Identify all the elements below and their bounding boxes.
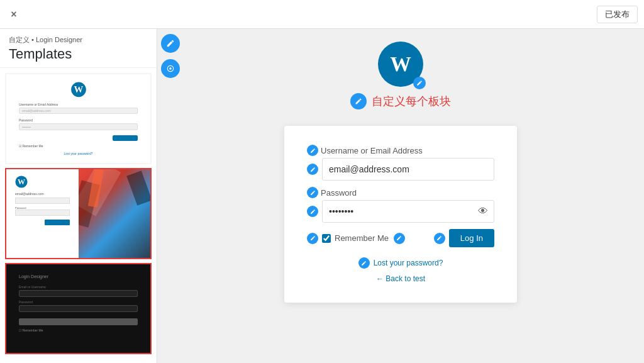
tmpl3-pw-field [19, 305, 138, 312]
remember-row: Remember Me Log In [307, 229, 494, 247]
main-layout: 自定义 • Login Designer Templates W Usernam… [0, 29, 644, 363]
template-list: W Username or Email Address email@addres… [0, 68, 157, 363]
svg-point-5 [169, 67, 172, 70]
password-label-row: Password [307, 187, 494, 198]
template-item-2[interactable]: W email@address.com Password [5, 168, 152, 259]
tmpl2-email-label: email@address.com [15, 192, 70, 196]
tmpl3-login-btn [19, 318, 138, 325]
tool-icon-circle[interactable] [161, 59, 180, 78]
customize-edit-icon[interactable] [350, 93, 367, 109]
breadcrumb: 自定义 • Login Designer [9, 35, 148, 45]
form-footer: Lost your password? ← Back to test [307, 257, 494, 284]
username-input-edit-icon[interactable] [307, 164, 318, 175]
login-btn-group: Log In [434, 229, 494, 247]
footer-edit-icon[interactable] [358, 257, 370, 269]
template-1-preview: W Username or Email Address email@addres… [6, 74, 150, 163]
password-label-edit-icon[interactable] [307, 187, 318, 198]
template-item-1[interactable]: W Username or Email Address email@addres… [5, 73, 152, 164]
remember-checkbox[interactable] [322, 234, 331, 243]
publish-button[interactable]: 已发布 [597, 6, 638, 23]
show-password-icon[interactable]: 👁 [478, 206, 488, 217]
remember-label-edit-icon[interactable] [394, 233, 405, 244]
svg-text:W: W [390, 52, 411, 75]
lost-password-link[interactable]: Lost your password? [374, 259, 443, 267]
sidebar-header: 自定义 • Login Designer Templates [0, 29, 157, 68]
username-edit-icon[interactable] [307, 145, 318, 156]
tmpl1-email-label: Username or Email Address [19, 103, 58, 106]
svg-text:W: W [18, 177, 25, 186]
top-bar-left: × [6, 7, 21, 22]
wp-logo-svg: W [386, 49, 416, 79]
customize-label: 自定义每个板块 [350, 93, 451, 109]
tmpl1-email-field: email@address.com [19, 108, 138, 114]
tmpl1-remember: ☑ Remember Me [19, 144, 43, 148]
wp-logo-area: W [378, 42, 423, 87]
password-input-wrapper: 👁 [322, 200, 494, 223]
tmpl1-pw-field: •••••••• [19, 123, 138, 130]
back-to-site-row: ← Back to test [307, 272, 494, 284]
template-2-preview: W email@address.com Password [6, 169, 150, 258]
wp-logo-edit-icon[interactable] [413, 77, 426, 89]
password-input-edit-icon[interactable] [307, 206, 318, 217]
remember-label: Remember Me [335, 233, 405, 244]
tmpl2-login-btn [45, 220, 70, 225]
username-input[interactable] [322, 158, 494, 181]
tmpl3-email-label: Email or Username [19, 285, 46, 289]
svg-text:W: W [74, 84, 83, 94]
tmpl3-remember: ☐ Remember Me [19, 328, 43, 332]
right-panel: 或者选择现有样式 W 自定义每个板块 [157, 29, 644, 363]
template-3-preview: Login Designer Email or Username Passwor… [6, 264, 150, 353]
tmpl1-login-btn [113, 135, 138, 141]
wp-logo-wrapper: W [378, 42, 423, 87]
password-row: Password 👁 [307, 187, 494, 223]
login-button[interactable]: Log In [449, 229, 494, 247]
tmpl2-right [79, 169, 151, 258]
sidebar-title: Templates [9, 46, 148, 62]
tmpl2-pw-field [15, 209, 70, 216]
tmpl1-lost-pw: Lost your password? [64, 152, 92, 155]
username-label-row: Username or Email Address [307, 145, 494, 156]
tmpl3-pw-label: Password [19, 300, 33, 304]
login-form-preview: Username or Email Address Password [284, 126, 517, 303]
tmpl2-wp-logo: W [15, 176, 28, 188]
password-input-row: 👁 [307, 200, 494, 223]
remember-left: Remember Me [307, 233, 405, 244]
side-tools [157, 29, 184, 83]
username-input-row [307, 158, 494, 181]
remember-edit-icon[interactable] [307, 233, 318, 244]
tmpl3-title: Login Designer [19, 274, 48, 279]
footer-lost-pw-row: Lost your password? [307, 257, 494, 269]
template-item-3[interactable]: Login Designer Email or Username Passwor… [5, 263, 152, 354]
top-bar: × 已发布 [0, 0, 644, 29]
tmpl3-email-field [19, 290, 138, 297]
tmpl2-email-field [15, 198, 70, 204]
username-row: Username or Email Address [307, 145, 494, 181]
sidebar: 自定义 • Login Designer Templates W Usernam… [0, 29, 157, 363]
tmpl1-wp-logo: W [70, 82, 87, 98]
tmpl1-pw-label: Password [19, 118, 33, 122]
login-btn-edit-icon[interactable] [434, 233, 445, 244]
tool-icon-pencil[interactable] [161, 34, 180, 53]
close-button[interactable]: × [6, 7, 21, 22]
tmpl2-left: W email@address.com Password [6, 169, 79, 258]
password-input[interactable] [322, 200, 494, 223]
back-to-site-link[interactable]: ← Back to test [376, 274, 425, 283]
